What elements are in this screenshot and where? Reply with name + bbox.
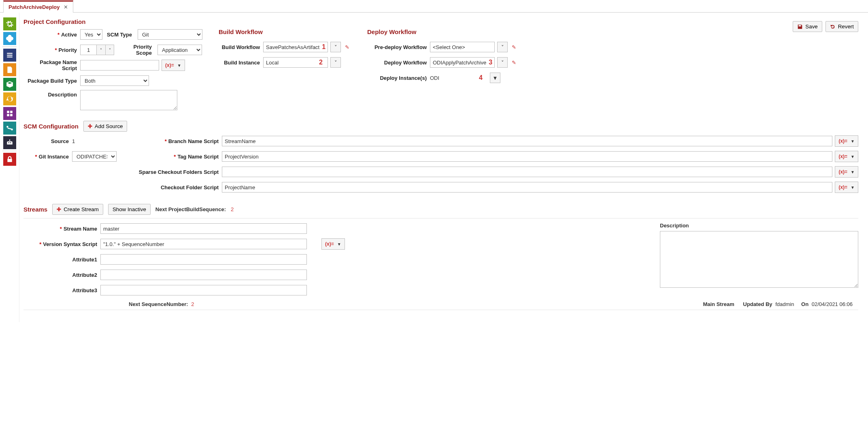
- build-instance-label: Build Instance: [224, 60, 260, 66]
- build-workflow-title: Build Workflow: [219, 28, 351, 35]
- pipeline-icon[interactable]: [3, 122, 16, 135]
- description-textarea[interactable]: [80, 90, 177, 110]
- sparse-script-label: Sparse Checkout Folders Script: [139, 169, 219, 175]
- close-icon[interactable]: ✕: [64, 4, 68, 10]
- scm-type-select[interactable]: Git: [138, 29, 202, 40]
- revert-label: Revert: [838, 24, 854, 30]
- show-inactive-button[interactable]: Show Inactive: [108, 204, 151, 215]
- pkg-name-script-input[interactable]: [80, 60, 159, 71]
- priority-down[interactable]: ˅: [105, 45, 114, 55]
- predeploy-workflow-label: Pre-deploy Workflow: [374, 44, 427, 50]
- integration-icon[interactable]: [3, 32, 16, 45]
- lock-icon[interactable]: [3, 153, 16, 166]
- settings-icon[interactable]: [3, 17, 16, 30]
- project-config-title: Project Configuration: [23, 18, 85, 25]
- priority-up[interactable]: ˄: [96, 45, 105, 55]
- stream-name-label: Stream Name: [64, 226, 97, 232]
- updated-by-value: fdadmin: [775, 301, 794, 307]
- package-icon[interactable]: [3, 78, 16, 91]
- branch-script-label: Branch Name Script: [168, 138, 219, 144]
- checkout-script-input[interactable]: [222, 182, 832, 193]
- create-stream-button[interactable]: ✚ Create Stream: [52, 204, 103, 215]
- tab-label: PatchArchiveDeploy: [9, 4, 60, 10]
- updated-on-value: 02/04/2021 06:06: [812, 301, 853, 307]
- attr1-input[interactable]: [100, 254, 307, 265]
- deploy-workflow-select[interactable]: ODIApplyPatchArchive 3: [430, 57, 495, 68]
- pkg-name-expr-button[interactable]: (x)=▼: [162, 60, 185, 71]
- edit-deploy-workflow-icon[interactable]: ✎: [510, 60, 518, 66]
- callout-1: 1: [319, 43, 328, 51]
- priority-input[interactable]: [80, 45, 96, 55]
- document-icon[interactable]: [3, 63, 16, 76]
- build-workflow-label: Build Workflow: [222, 44, 260, 50]
- revert-button[interactable]: Revert: [825, 21, 858, 32]
- plus-icon: ✚: [88, 123, 92, 129]
- callout-4: 4: [477, 74, 485, 81]
- build-instance-select[interactable]: Local 2: [263, 57, 328, 68]
- callout-2: 2: [317, 59, 325, 66]
- pkg-name-script-label: Package Name Script: [40, 59, 77, 71]
- scm-type-label: SCM Type: [107, 32, 132, 38]
- attr3-label: Attribute3: [72, 287, 97, 293]
- template-icon[interactable]: [3, 107, 16, 120]
- build-workflow-select[interactable]: SavePatchesAsArtifact 1: [263, 42, 328, 52]
- attr1-label: Attribute1: [72, 257, 97, 263]
- deploy-instances-dropdown[interactable]: ▼: [490, 73, 500, 83]
- sparse-expr-button[interactable]: (x)=▼: [835, 166, 858, 178]
- deploy-workflow-dropdown[interactable]: ˅: [497, 57, 508, 68]
- sparse-script-input[interactable]: [222, 167, 832, 177]
- stream-description-textarea[interactable]: [660, 231, 858, 288]
- callout-3: 3: [486, 59, 495, 66]
- next-project-seq-value: 2: [231, 206, 234, 212]
- updated-on-label: On: [801, 301, 808, 307]
- stream-name-input[interactable]: [100, 223, 307, 234]
- scm-config-title: SCM Configuration: [23, 123, 79, 130]
- version-script-input[interactable]: [100, 239, 307, 249]
- attr2-label: Attribute2: [72, 272, 97, 278]
- build-workflow-dropdown[interactable]: ˅: [330, 42, 341, 52]
- create-stream-label: Create Stream: [64, 206, 99, 212]
- add-source-button[interactable]: ✚ Add Source: [83, 121, 128, 132]
- show-inactive-label: Show Inactive: [113, 206, 146, 212]
- main-stream-label: Main Stream: [703, 301, 734, 307]
- git-instance-label: Git Instance: [39, 154, 69, 160]
- chevron-down-icon: ▼: [851, 154, 855, 159]
- pkg-build-type-select[interactable]: Both: [80, 75, 149, 86]
- pkg-build-type-label: Package Build Type: [28, 78, 77, 84]
- attr3-input[interactable]: [100, 285, 307, 295]
- attr2-input[interactable]: [100, 270, 307, 280]
- version-expr-button[interactable]: (x)=▼: [321, 238, 345, 250]
- priority-scope-select[interactable]: Application: [157, 45, 202, 55]
- save-label: Save: [805, 24, 817, 30]
- branch-script-input[interactable]: [222, 136, 832, 146]
- version-script-label: Version Syntax Script: [43, 241, 97, 247]
- robot-icon[interactable]: [3, 136, 16, 149]
- predeploy-workflow-dropdown[interactable]: ˅: [497, 42, 508, 52]
- tag-script-input[interactable]: [222, 151, 832, 162]
- predeploy-workflow-select[interactable]: <Select One>: [430, 42, 495, 52]
- build-instance-dropdown[interactable]: ˅: [330, 57, 341, 68]
- checkout-expr-button[interactable]: (x)=▼: [835, 182, 858, 193]
- branch-expr-button[interactable]: (x)=▼: [835, 135, 858, 147]
- list-icon[interactable]: [3, 49, 16, 62]
- edit-predeploy-icon[interactable]: ✎: [510, 44, 518, 50]
- stream-description-label: Description: [660, 223, 858, 229]
- save-button[interactable]: Save: [793, 21, 822, 32]
- git-instance-select[interactable]: ODIPATCHES: [72, 151, 117, 162]
- chevron-down-icon: ▼: [851, 139, 855, 143]
- tab-patch-archive-deploy[interactable]: PatchArchiveDeploy ✕: [3, 0, 73, 13]
- sync-icon[interactable]: [3, 92, 16, 105]
- save-icon: [797, 24, 803, 30]
- source-value: 1: [72, 138, 75, 144]
- tag-script-label: Tag Name Script: [177, 154, 219, 160]
- edit-build-workflow-icon[interactable]: ✎: [343, 44, 351, 50]
- plus-icon: ✚: [57, 206, 61, 212]
- chevron-down-icon: ▼: [851, 170, 855, 174]
- next-project-seq-label: Next ProjectBuildSequence:: [155, 206, 226, 212]
- active-select[interactable]: Yes: [80, 29, 102, 40]
- chevron-down-icon: ▼: [177, 63, 181, 68]
- add-source-label: Add Source: [95, 123, 123, 129]
- tag-expr-button[interactable]: (x)=▼: [835, 151, 858, 162]
- streams-title: Streams: [23, 206, 47, 213]
- priority-label: Priority: [58, 47, 77, 53]
